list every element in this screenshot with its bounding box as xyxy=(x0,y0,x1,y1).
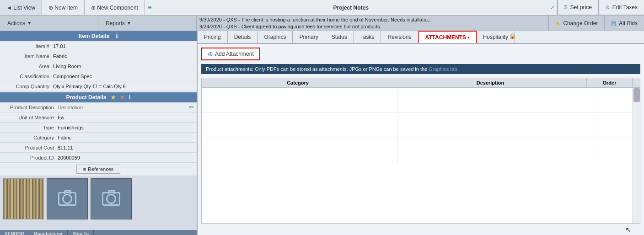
alt-bids-icon: ▤ xyxy=(611,20,616,27)
table-scrollbar[interactable] xyxy=(633,88,640,223)
actions-arrow-icon: ▼ xyxy=(27,21,32,26)
actions-label: Actions xyxy=(7,20,25,27)
item-number-row: Item # 17.01 xyxy=(0,41,197,51)
new-item-label: ⊕ New Item xyxy=(48,5,78,11)
cursor-indicator: ↖ xyxy=(625,225,631,234)
area-row: Area Living Room xyxy=(0,61,197,71)
table-row-1 xyxy=(202,88,640,113)
table-row-2 xyxy=(202,113,640,138)
references-button[interactable]: ≡ References xyxy=(76,165,121,174)
table-row-3 xyxy=(202,138,640,163)
change-order-button[interactable]: ★ Change Order xyxy=(548,16,604,31)
star-icon: ★ xyxy=(555,20,560,27)
actions-dropdown[interactable]: Actions ▼ xyxy=(0,16,98,31)
alt-bids-button[interactable]: ▤ Alt Bids xyxy=(604,16,644,31)
set-price-button[interactable]: $ Set price xyxy=(558,0,598,15)
vendor-tab[interactable]: VENDOR xyxy=(0,230,29,235)
project-note-1: 9/30/2020 - QXS - The client is hosting … xyxy=(197,16,548,23)
tab-pricing[interactable]: Pricing xyxy=(198,31,228,43)
new-item-button[interactable]: ⊕ New Item xyxy=(42,0,85,15)
edit-taxes-button[interactable]: ⊙ Edit Taxes xyxy=(598,0,644,15)
tab-tasks[interactable]: Tasks xyxy=(354,31,381,43)
unit-of-measure-row: Unit of Measure Ea xyxy=(0,112,197,123)
camera-placeholder-1[interactable] xyxy=(47,178,88,219)
classification-row: Classification Component Spec xyxy=(0,71,197,81)
item-details-header: Item Details 🔒 ℹ xyxy=(0,31,197,41)
references-label: References xyxy=(88,166,113,172)
manufacturer-tab[interactable]: Manufacturer xyxy=(29,230,68,235)
reports-arrow-icon: ▼ xyxy=(127,21,131,26)
type-row: Type Furnishings xyxy=(0,123,197,133)
tab-details[interactable]: Details xyxy=(228,31,258,43)
tab-graphics[interactable]: Graphics xyxy=(258,31,293,43)
tab-attachments[interactable]: ATTACHMENTS • xyxy=(419,31,477,43)
description-header: Description xyxy=(394,78,587,87)
table-body xyxy=(202,88,640,223)
product-id-row: Product ID 20000059 xyxy=(0,153,197,163)
list-view-label: ◄ List View xyxy=(6,5,35,11)
graphics-tab-link[interactable]: Graphics tab. xyxy=(429,66,458,72)
product-details-header: Product Details ★ ♥ ℹ xyxy=(0,92,197,102)
reports-dropdown[interactable]: Reports ▼ xyxy=(98,16,197,31)
project-note-2: 9/24/2020 - QXS - Client agreed to payin… xyxy=(197,23,548,30)
item-name-row: Item Name Fabric xyxy=(0,51,197,61)
info-banner: Product attachments: Only PDFs can be st… xyxy=(201,64,640,74)
comp-quantity-row: Comp Quantity Qty x Primary Qty 17 = Cal… xyxy=(0,81,197,91)
edit-pencil-icon[interactable]: ✏ xyxy=(189,104,194,111)
project-notes-title: Project Notes xyxy=(333,5,369,11)
new-component-label: ⊕ New Component xyxy=(91,5,138,11)
tab-status[interactable]: Status xyxy=(325,31,354,43)
list-view-button[interactable]: ◄ List View xyxy=(0,0,42,15)
scrollbar-header xyxy=(633,78,640,87)
add-attachment-label: Add Attachment xyxy=(215,51,254,57)
camera-placeholder-2[interactable] xyxy=(91,178,132,219)
lock-icon[interactable]: 🔒 xyxy=(509,33,516,39)
product-thumbnail xyxy=(3,178,44,219)
order-header: Order xyxy=(587,78,633,87)
dollar-icon: $ xyxy=(564,4,568,11)
new-component-button[interactable]: ⊕ New Component xyxy=(85,0,145,15)
add-icon: ⊕ xyxy=(208,50,213,58)
tab-primary[interactable]: Primary xyxy=(293,31,325,43)
product-description-input[interactable] xyxy=(58,105,189,110)
product-description-row: Product Description ✏ xyxy=(0,102,197,112)
product-info-icon[interactable]: ℹ xyxy=(129,94,131,101)
add-attachment-button[interactable]: ⊕ Add Attachment xyxy=(201,48,260,60)
collapse-icon[interactable]: ⊕ xyxy=(148,5,152,11)
info-icon[interactable]: ℹ xyxy=(116,33,118,39)
reports-label: Reports xyxy=(106,20,125,27)
heart-icon[interactable]: ♥ xyxy=(120,94,123,101)
references-icon: ≡ xyxy=(83,166,86,172)
ship-to-tab[interactable]: Ship To xyxy=(68,230,94,235)
category-header: Category xyxy=(202,78,394,87)
category-row: Category Fabric xyxy=(0,133,197,143)
product-cost-row: Product Cost $11.11 xyxy=(0,143,197,153)
attachments-table: Category Description Order xyxy=(201,78,640,224)
tab-revisions[interactable]: Revisions xyxy=(381,31,418,43)
scrollbar-thumb[interactable] xyxy=(633,88,640,102)
edit-taxes-icon: ⊙ xyxy=(605,4,610,11)
table-header: Category Description Order xyxy=(202,78,640,88)
expand-icon[interactable]: ⤢ xyxy=(550,5,554,11)
star-product-icon[interactable]: ★ xyxy=(111,94,116,101)
